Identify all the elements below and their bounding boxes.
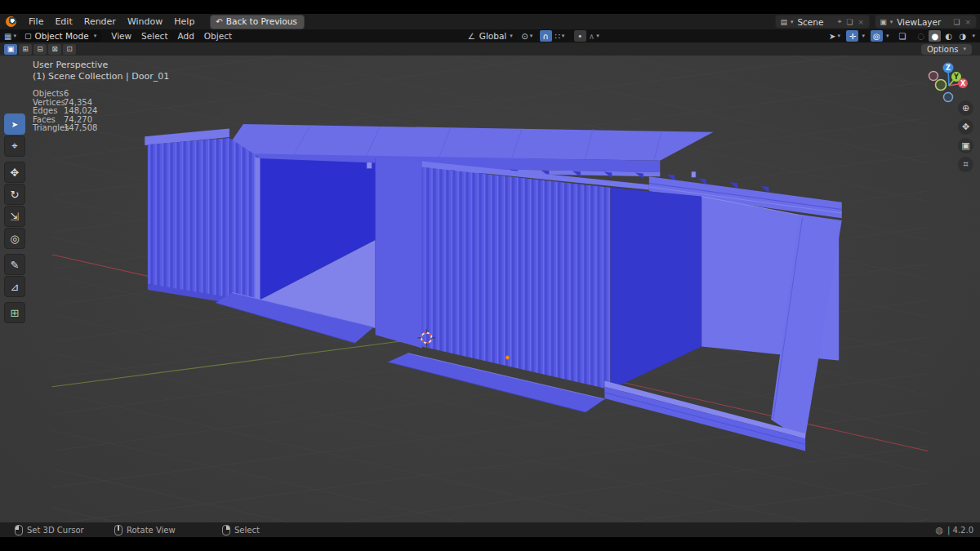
right-mouse-icon (222, 525, 230, 535)
back-to-previous-button[interactable]: ↶ Back to Previous (210, 15, 304, 29)
toggle-projection-button[interactable]: ⌗ (958, 157, 973, 172)
select-mode-intersect[interactable]: ⊡ (63, 44, 76, 55)
menu-help[interactable]: Help (168, 16, 200, 27)
options-dropdown[interactable]: Options ▾ (921, 44, 972, 55)
model-left-wall (148, 138, 259, 302)
zoom-icon: ⊕ (962, 103, 969, 113)
menu-object[interactable]: Object (199, 31, 237, 41)
network-status-icon[interactable]: ◍ (935, 525, 943, 535)
select-mode-extend[interactable]: ⊞ (19, 44, 32, 55)
view-layer-selector[interactable]: ▣ ▾ ViewLayer ❏ × (875, 15, 977, 29)
select-mode-new[interactable]: ▣ (4, 44, 17, 55)
transform-orientation-icon: ∠ (466, 30, 478, 42)
view-layer-icon: ▣ (880, 18, 887, 26)
pan-hand-icon: ✥ (962, 122, 969, 132)
new-view-layer-icon[interactable]: ❏ (951, 18, 962, 26)
unlink-scene-icon[interactable]: × (856, 18, 867, 26)
pan-button[interactable]: ✥ (958, 119, 973, 135)
menu-select[interactable]: Select (136, 31, 172, 41)
gizmo-y-label: Y (953, 73, 959, 81)
scale-icon: ⇲ (11, 211, 20, 223)
show-gizmo-icon[interactable]: ✛ (846, 30, 858, 42)
scene-object-door-01[interactable] (145, 124, 842, 451)
tool-settings-bar: ▣ ⊞ ⊟ ⊠ ⊡ Options ▾ (0, 42, 980, 56)
viewport-header: ▦▾ ▢ Object Mode ▾ View Select Add Objec… (0, 29, 980, 42)
tool-rotate[interactable]: ↻ (4, 184, 25, 205)
menu-edit[interactable]: Edit (49, 16, 78, 27)
proportional-falloff-icon[interactable]: ∧▾ (588, 30, 600, 42)
gizmo-axis-z-neg[interactable] (944, 93, 953, 102)
y-axis-line (52, 338, 426, 387)
tool-measure[interactable]: ⊿ (4, 276, 25, 297)
object-origin-dot (506, 356, 510, 360)
hint-label: Rotate View (127, 526, 176, 535)
left-mouse-icon (15, 525, 23, 535)
viewport-nav-controls: ⊕ ✥ ▣ ⌗ (958, 100, 973, 172)
3d-viewport[interactable]: ➤ ⌖ ✥ ↻ ⇲ ◎ ✎ ⊿ ⊞ User Perspective (1) S… (0, 56, 980, 522)
menu-window[interactable]: Window (122, 16, 168, 27)
measure-icon: ⊿ (11, 281, 20, 293)
model-right-interior (610, 188, 702, 390)
gizmo-z-label: Z (946, 64, 951, 72)
blender-logo-icon[interactable] (6, 16, 16, 27)
pin-icon[interactable]: ⌖ (835, 17, 844, 26)
chevron-down-icon: ▾ (862, 33, 865, 39)
camera-icon: ▣ (961, 140, 969, 151)
shading-rendered-icon[interactable]: ◑ (956, 30, 969, 42)
tool-add-cube[interactable]: ⊞ (4, 302, 25, 323)
stat-value: 147,508 (64, 124, 97, 133)
mode-selector[interactable]: ▢ Object Mode ▾ (20, 30, 101, 42)
gizmo-axis-x-neg[interactable] (929, 72, 938, 81)
snap-toggle-magnet-icon[interactable]: ∩ (540, 30, 552, 42)
chevron-down-icon: ▾ (791, 19, 794, 25)
tool-move[interactable]: ✥ (4, 162, 25, 183)
back-icon: ↶ (216, 17, 222, 26)
shading-solid-icon[interactable]: ● (929, 30, 941, 42)
model-right-wall (422, 167, 611, 390)
show-overlays-icon[interactable]: ◎ (871, 30, 883, 42)
gizmo-axis-y-neg[interactable] (936, 80, 947, 91)
tool-transform[interactable]: ◎ (4, 228, 25, 249)
annotate-icon: ✎ (11, 259, 20, 271)
object-mode-icon: ▢ (24, 32, 32, 40)
camera-view-button[interactable]: ▣ (958, 138, 973, 153)
cursor-icon: ⌖ (11, 140, 17, 153)
chevron-down-icon: ▾ (886, 33, 889, 39)
proportional-editing-icon[interactable]: • (574, 30, 586, 42)
snap-target-icon[interactable]: ∷▾ (554, 30, 566, 42)
menu-add[interactable]: Add (173, 31, 199, 41)
tool-cursor[interactable]: ⌖ (4, 136, 25, 157)
stat-value: 6 (64, 90, 69, 99)
top-menu-bar: File Edit Render Window Help ↶ Back to P… (0, 14, 980, 29)
object-visibility-filter-icon[interactable]: ➤▾ (828, 30, 840, 42)
menu-render[interactable]: Render (78, 16, 122, 27)
tool-select-box[interactable]: ➤ (4, 113, 25, 135)
chevron-down-icon: ▾ (963, 46, 966, 52)
select-mode-subtract[interactable]: ⊟ (33, 44, 47, 55)
scene-icon: ▤ (780, 18, 787, 26)
toggle-xray-icon[interactable]: ❏ (896, 30, 908, 42)
menu-view[interactable]: View (106, 31, 136, 41)
tool-shelf: ➤ ⌖ ✥ ↻ ⇲ ◎ ✎ ⊿ ⊞ (4, 113, 25, 323)
scene-selector[interactable]: ▤ ▾ Scene ⌖ ❏ × (775, 15, 870, 29)
remove-view-layer-icon[interactable]: × (962, 18, 973, 26)
menu-file[interactable]: File (23, 16, 49, 27)
middle-mouse-icon (114, 525, 122, 535)
select-mode-invert[interactable]: ⊠ (48, 44, 61, 55)
status-hint-set-3d-cursor: Set 3D Cursor (15, 525, 84, 535)
editor-type-icon[interactable]: ▦▾ (4, 30, 16, 42)
hint-label: Set 3D Cursor (27, 526, 84, 535)
status-hint-rotate-view: Rotate View (114, 525, 176, 535)
new-scene-icon[interactable]: ❏ (844, 18, 856, 26)
status-hint-select: Select (222, 525, 260, 535)
transform-orientation-dropdown[interactable]: Global (479, 31, 507, 41)
shading-material-icon[interactable]: ◐ (942, 30, 955, 42)
tool-scale[interactable]: ⇲ (4, 206, 25, 227)
shading-wireframe-icon[interactable]: ◌ (915, 30, 927, 42)
tool-annotate[interactable]: ✎ (4, 254, 25, 275)
chevron-down-icon: ▾ (890, 19, 893, 25)
zoom-button[interactable]: ⊕ (958, 100, 973, 116)
mode-label: Object Mode (35, 31, 89, 41)
move-icon: ✥ (11, 167, 20, 179)
pivot-point-icon[interactable]: ⊙▾ (521, 30, 533, 42)
